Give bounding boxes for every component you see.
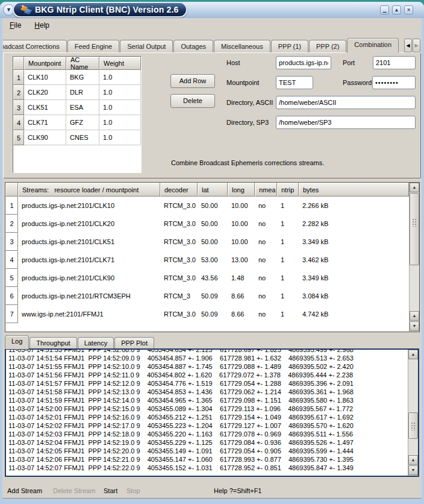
cell-mountpoint[interactable]: CLK71 [24, 115, 66, 130]
cell-ac-name[interactable]: CNES [66, 130, 99, 145]
cell-ntrip[interactable]: 1 [277, 215, 299, 233]
add-stream-button[interactable]: Add Stream [7, 485, 42, 496]
cell-long[interactable]: 8.66 [228, 287, 255, 305]
col-header-ac-name[interactable]: AC Name [66, 57, 99, 70]
cell-bytes[interactable]: 3.084 kB [299, 287, 409, 305]
cell-resource[interactable]: products.igs-ip.net:2101/CLK20 [18, 215, 160, 233]
cell-long[interactable]: 10.00 [228, 215, 255, 233]
menu-file[interactable]: File [7, 20, 23, 31]
cell-nmea[interactable]: no [255, 197, 277, 215]
tab-log[interactable]: Log [5, 335, 29, 349]
cell-bytes[interactable]: 2.282 kB [299, 215, 409, 233]
cell-bytes[interactable]: 3.462 kB [299, 251, 409, 269]
scrollbar-thumb[interactable] [410, 193, 419, 265]
tab-scroll-right-button[interactable]: ▶ [413, 39, 420, 52]
table-row[interactable]: 4 products.igs-ip.net:2101/CLK71 RTCM_3.… [5, 251, 419, 269]
table-row[interactable]: 6 products.igs-ip.net:2101/RTCM3EPH RTCM… [5, 287, 419, 305]
cell-ntrip[interactable]: 1 [277, 233, 299, 251]
directory-ascii-input[interactable] [276, 96, 416, 109]
directory-sp3-input[interactable] [276, 116, 416, 129]
cell-ntrip[interactable]: 1 [277, 251, 299, 269]
cell-weight[interactable]: 1.0 [99, 70, 141, 85]
cell-resource[interactable]: www.igs-ip.net:2101/FFMJ1 [18, 305, 160, 323]
cell-decoder[interactable]: RTCM_3.0 [160, 269, 198, 287]
scroll-up-button[interactable]: ▲ [410, 183, 419, 192]
cell-bytes[interactable]: 3.349 kB [299, 269, 409, 287]
scroll-down-button[interactable]: ▼ [408, 465, 418, 475]
cell-weight[interactable]: 1.0 [99, 100, 141, 115]
cell-lat[interactable]: 50.09 [198, 287, 228, 305]
tab-feed-engine[interactable]: Feed Engine [67, 40, 119, 53]
table-row[interactable]: 3 products.igs-ip.net:2101/CLK51 RTCM_3.… [5, 233, 419, 251]
add-row-button[interactable]: Add Row [170, 74, 215, 88]
cell-weight[interactable]: 1.0 [99, 85, 141, 100]
table-row[interactable]: 4 CLK71 GFZ 1.0 [13, 115, 141, 130]
cell-lat[interactable]: 50.09 [198, 305, 228, 323]
cell-ntrip[interactable]: 1 [277, 287, 299, 305]
tab-latency[interactable]: Latency [78, 337, 114, 349]
tab-outages[interactable]: Outages [173, 40, 213, 53]
cell-long[interactable]: 10.00 [228, 233, 255, 251]
table-row[interactable]: 1 CLK10 BKG 1.0 [13, 70, 141, 85]
cell-ac-name[interactable]: ESA [66, 100, 99, 115]
cell-long[interactable]: 10.00 [228, 197, 255, 215]
cell-nmea[interactable]: no [255, 215, 277, 233]
cell-lat[interactable]: 43.56 [198, 269, 228, 287]
cell-mountpoint[interactable]: CLK90 [24, 130, 66, 145]
cell-mountpoint[interactable]: CLK20 [24, 85, 66, 100]
cell-weight[interactable]: 1.0 [99, 115, 141, 130]
cell-nmea[interactable]: no [255, 287, 277, 305]
cell-ntrip[interactable]: 1 [277, 197, 299, 215]
tab-ppp-2[interactable]: PPP (2) [309, 40, 346, 53]
tab-throughput[interactable]: Throughput [30, 337, 76, 349]
tab-ppp-plot[interactable]: PPP Plot [114, 337, 154, 349]
scrollbar-thumb[interactable] [408, 412, 418, 439]
cell-decoder[interactable]: RTCM_3.0 [160, 215, 198, 233]
cell-resource[interactable]: products.igs-ip.net:2101/CLK10 [18, 197, 160, 215]
col-header-lat[interactable]: lat [198, 183, 228, 197]
tab-serial-output[interactable]: Serial Output [120, 40, 173, 53]
cell-nmea[interactable]: no [255, 251, 277, 269]
cell-lat[interactable]: 50.00 [198, 215, 228, 233]
tab-scroll-left-button[interactable]: ◀ [404, 39, 412, 52]
cell-decoder[interactable]: RTCM_3.0 [160, 197, 198, 215]
cell-bytes[interactable]: 3.349 kB [299, 233, 409, 251]
cell-lat[interactable]: 50.00 [198, 233, 228, 251]
cell-decoder[interactable]: RTCM_3.0 [160, 233, 198, 251]
cell-resource[interactable]: products.igs-ip.net:2101/CLK51 [18, 233, 160, 251]
scroll-up-button-2[interactable]: ▲ [410, 311, 419, 321]
col-header-ntrip[interactable]: ntrip [277, 183, 299, 197]
table-row[interactable]: 7 www.igs-ip.net:2101/FFMJ1 RTCM_3.0 50.… [5, 305, 419, 323]
table-row[interactable]: 2 products.igs-ip.net:2101/CLK20 RTCM_3.… [5, 215, 419, 233]
scroll-up-button[interactable]: ▲ [408, 350, 418, 359]
mountpoint-input[interactable] [276, 76, 313, 89]
tab-broadcast-corrections[interactable]: Broadcast Corrections [3, 40, 67, 53]
cell-decoder[interactable]: RTCM_3.0 [160, 305, 198, 323]
table-row[interactable]: 2 CLK20 DLR 1.0 [13, 85, 141, 100]
cell-ac-name[interactable]: DLR [66, 85, 99, 100]
tab-ppp-1[interactable]: PPP (1) [271, 40, 308, 53]
maximize-button[interactable]: ▲ [392, 5, 401, 14]
cell-bytes[interactable]: 2.266 kB [299, 197, 409, 215]
col-header-bytes[interactable]: bytes [299, 183, 409, 197]
log-scrollbar[interactable]: ▲ ▲ ▼ [408, 350, 418, 476]
cell-lat[interactable]: 50.00 [198, 197, 228, 215]
table-row[interactable]: 5 CLK90 CNES 1.0 [13, 130, 141, 145]
titlebar[interactable]: ▼ ✦ BKG Ntrip Client (BNC) Version 2.6 ▁… [0, 2, 424, 18]
port-input[interactable] [373, 56, 416, 69]
cell-decoder[interactable]: RTCM_3 [160, 287, 198, 305]
cell-bytes[interactable]: 4.742 kB [299, 305, 409, 323]
table-row[interactable]: 5 products.igs-ip.net:2101/CLK90 RTCM_3.… [5, 269, 419, 287]
cell-nmea[interactable]: no [255, 269, 277, 287]
tab-combination[interactable]: Combination [347, 38, 399, 53]
col-header-long[interactable]: long [228, 183, 255, 197]
cell-long[interactable]: 13.00 [228, 251, 255, 269]
cell-long[interactable]: 1.48 [228, 269, 255, 287]
delete-stream-button[interactable]: Delete Stream [53, 485, 95, 496]
table-row[interactable]: 1 products.igs-ip.net:2101/CLK10 RTCM_3.… [5, 197, 419, 215]
help-button[interactable]: Help ?=Shift+F1 [214, 485, 262, 496]
host-input[interactable] [276, 56, 331, 69]
scroll-down-button[interactable]: ▼ [410, 321, 419, 331]
cell-weight[interactable]: 1.0 [99, 130, 141, 145]
minimize-button[interactable]: ▁ [380, 5, 389, 14]
